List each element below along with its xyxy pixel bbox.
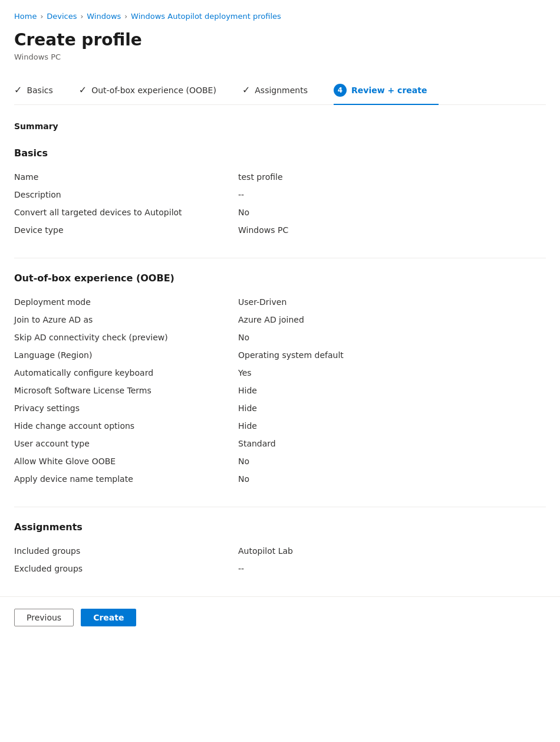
breadcrumb-sep-3: › [124,12,127,21]
tab-review[interactable]: 4 Review + create [334,78,439,105]
field-label-privacy: Privacy settings [14,399,238,417]
field-label-skip-ad: Skip AD connectivity check (preview) [14,329,238,346]
page-title: Create profile [14,30,546,50]
breadcrumb-home[interactable]: Home [14,12,37,21]
field-label-deployment-mode: Deployment mode [14,293,238,311]
table-row: Excluded groups -- [14,560,546,577]
breadcrumb-autopilot-profiles[interactable]: Windows Autopilot deployment profiles [131,12,281,21]
field-value-included-groups: Autopilot Lab [238,542,546,560]
assignments-table: Included groups Autopilot Lab Excluded g… [14,542,546,577]
field-label-hide-account: Hide change account options [14,417,238,435]
field-value-user-account: Standard [238,435,546,452]
field-value-deployment-mode: User-Driven [238,293,546,311]
basics-table: Name test profile Description -- Convert… [14,168,546,239]
field-value-keyboard: Yes [238,364,546,382]
table-row: Allow White Glove OOBE No [14,452,546,470]
field-value-white-glove: No [238,452,546,470]
tab-basics[interactable]: ✓ Basics [14,78,65,104]
oobe-block: Out-of-box experience (OOBE) Deployment … [14,272,546,488]
table-row: Hide change account options Hide [14,417,546,435]
field-value-license: Hide [238,382,546,399]
table-row: Convert all targeted devices to Autopilo… [14,203,546,221]
step-badge-review: 4 [334,84,347,97]
check-icon-basics: ✓ [14,84,22,96]
table-row: Skip AD connectivity check (preview) No [14,329,546,346]
previous-button[interactable]: Previous [14,609,74,626]
table-row: Device type Windows PC [14,221,546,239]
table-row: Description -- [14,186,546,203]
separator-1 [14,258,546,258]
wizard-tabs: ✓ Basics ✓ Out-of-box experience (OOBE) … [14,78,546,105]
field-label-license: Microsoft Software License Terms [14,382,238,399]
field-label-convert: Convert all targeted devices to Autopilo… [14,203,238,221]
footer: Previous Create [0,596,560,638]
tab-review-label: Review + create [351,86,427,95]
check-icon-assignments: ✓ [242,84,250,96]
table-row: Included groups Autopilot Lab [14,542,546,560]
field-value-hide-account: Hide [238,417,546,435]
summary-heading: Summary [14,122,546,131]
field-value-join-azure: Azure AD joined [238,311,546,329]
page-container: Home › Devices › Windows › Windows Autop… [0,0,560,577]
page-subtitle: Windows PC [14,52,546,61]
field-label-description: Description [14,186,238,203]
oobe-table: Deployment mode User-Driven Join to Azur… [14,293,546,488]
field-value-skip-ad: No [238,329,546,346]
field-value-device-type: Windows PC [238,221,546,239]
table-row: User account type Standard [14,435,546,452]
tab-assignments-label: Assignments [255,86,308,95]
breadcrumb-sep-1: › [40,12,43,21]
field-label-white-glove: Allow White Glove OOBE [14,452,238,470]
assignments-block: Assignments Included groups Autopilot La… [14,521,546,577]
tab-oobe-label: Out-of-box experience (OOBE) [91,86,216,95]
table-row: Apply device name template No [14,470,546,488]
table-row: Deployment mode User-Driven [14,293,546,311]
separator-2 [14,507,546,507]
assignments-section-title: Assignments [14,521,546,533]
field-value-convert: No [238,203,546,221]
field-value-privacy: Hide [238,399,546,417]
breadcrumb-windows[interactable]: Windows [87,12,121,21]
field-label-keyboard: Automatically configure keyboard [14,364,238,382]
field-label-device-type: Device type [14,221,238,239]
field-label-user-account: User account type [14,435,238,452]
field-label-name: Name [14,168,238,186]
table-row: Microsoft Software License Terms Hide [14,382,546,399]
field-value-language: Operating system default [238,346,546,364]
field-value-device-name-template: No [238,470,546,488]
field-label-language: Language (Region) [14,346,238,364]
basics-block: Basics Name test profile Description -- … [14,147,546,239]
create-button[interactable]: Create [81,609,136,626]
breadcrumb: Home › Devices › Windows › Windows Autop… [14,12,546,21]
tab-basics-label: Basics [27,86,52,95]
field-value-description: -- [238,186,546,203]
breadcrumb-devices[interactable]: Devices [47,12,77,21]
field-label-included-groups: Included groups [14,542,238,560]
field-value-name: test profile [238,168,546,186]
basics-section-title: Basics [14,147,546,159]
table-row: Privacy settings Hide [14,399,546,417]
tab-assignments[interactable]: ✓ Assignments [242,78,319,104]
field-label-excluded-groups: Excluded groups [14,560,238,577]
tab-oobe[interactable]: ✓ Out-of-box experience (OOBE) [79,78,228,104]
table-row: Automatically configure keyboard Yes [14,364,546,382]
field-label-device-name-template: Apply device name template [14,470,238,488]
field-value-excluded-groups: -- [238,560,546,577]
table-row: Join to Azure AD as Azure AD joined [14,311,546,329]
breadcrumb-sep-2: › [80,12,83,21]
field-label-join-azure: Join to Azure AD as [14,311,238,329]
table-row: Language (Region) Operating system defau… [14,346,546,364]
oobe-section-title: Out-of-box experience (OOBE) [14,272,546,284]
table-row: Name test profile [14,168,546,186]
summary-section: Summary [14,122,546,131]
check-icon-oobe: ✓ [79,84,87,96]
